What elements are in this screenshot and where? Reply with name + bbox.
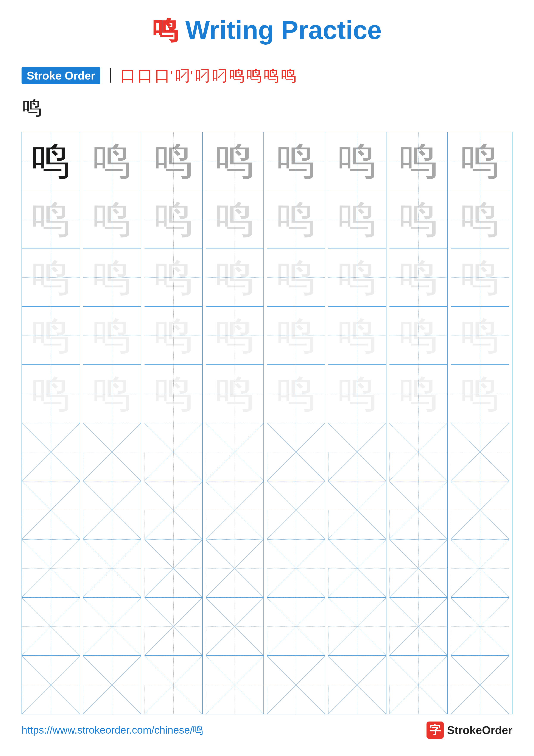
empty-grid-cell[interactable] <box>22 423 80 481</box>
stroke-3: 口 <box>138 65 153 86</box>
empty-grid-cell[interactable] <box>144 656 203 714</box>
empty-grid-cell[interactable] <box>22 539 80 598</box>
practice-char: 鸣 <box>215 316 254 355</box>
title-chinese-char: 鸣 <box>152 15 178 44</box>
practice-char: 鸣 <box>399 316 438 355</box>
practice-char: 鸣 <box>461 258 499 297</box>
empty-grid-cell[interactable] <box>328 656 387 714</box>
empty-grid-cell[interactable] <box>390 481 447 539</box>
practice-char: 鸣 <box>93 142 131 180</box>
empty-grid-cell[interactable] <box>267 539 325 598</box>
brand-name: StrokeOrder <box>447 724 513 737</box>
practice-char: 鸣 <box>154 316 193 355</box>
practice-char: 鸣 <box>338 200 376 239</box>
grid-cell: 鸣 <box>390 132 447 190</box>
stroke-10: 鸣 <box>264 65 279 86</box>
practice-char: 鸣 <box>32 316 70 355</box>
stroke-9: 鸣 <box>246 65 262 86</box>
footer: https://www.strokeorder.com/chinese/鸣 字 … <box>21 721 513 739</box>
grid-cell: 鸣 <box>451 249 509 307</box>
practice-char: 鸣 <box>93 374 131 413</box>
practice-char: 鸣 <box>154 374 193 413</box>
grid-cell: 鸣 <box>451 190 509 249</box>
empty-grid-cell[interactable] <box>22 481 80 539</box>
empty-grid-cell[interactable] <box>267 656 325 714</box>
empty-grid-cell[interactable] <box>144 539 203 598</box>
practice-char: 鸣 <box>338 316 376 355</box>
practice-char: 鸣 <box>93 258 131 297</box>
stroke-7: 叼 <box>212 65 227 86</box>
empty-grid-cell[interactable] <box>206 598 264 656</box>
stroke-sequence: 丨 口 口 口' 叼' 叼 叼 鸣 鸣 鸣 鸣 <box>103 65 296 86</box>
grid-cell: 鸣 <box>390 307 447 365</box>
practice-grid: 鸣 鸣 鸣 鸣 鸣 鸣 鸣 鸣 鸣 鸣 鸣 鸣 鸣 鸣 鸣 鸣 鸣 鸣 鸣 鸣 … <box>21 132 513 715</box>
grid-cell: 鸣 <box>22 190 80 249</box>
practice-char: 鸣 <box>338 258 376 297</box>
empty-grid-cell[interactable] <box>144 481 203 539</box>
empty-grid-cell[interactable] <box>451 539 509 598</box>
empty-grid-cell[interactable] <box>390 423 447 481</box>
grid-cell: 鸣 <box>22 132 80 190</box>
practice-char: 鸣 <box>32 200 70 239</box>
empty-grid-cell[interactable] <box>328 481 387 539</box>
empty-grid-cell[interactable] <box>390 656 447 714</box>
empty-grid-cell[interactable] <box>83 423 141 481</box>
empty-grid-cell[interactable] <box>451 423 509 481</box>
empty-grid-cell[interactable] <box>206 656 264 714</box>
empty-grid-cell[interactable] <box>83 481 141 539</box>
empty-grid-cell[interactable] <box>390 598 447 656</box>
grid-cell: 鸣 <box>206 249 264 307</box>
empty-grid-cell[interactable] <box>83 598 141 656</box>
practice-char: 鸣 <box>461 316 499 355</box>
empty-grid-cell[interactable] <box>206 481 264 539</box>
grid-cell: 鸣 <box>206 307 264 365</box>
stroke-1: 丨 <box>103 65 118 86</box>
empty-grid-cell[interactable] <box>267 481 325 539</box>
grid-cell: 鸣 <box>83 132 141 190</box>
empty-grid-cell[interactable] <box>328 539 387 598</box>
grid-cell: 鸣 <box>328 190 387 249</box>
practice-char: 鸣 <box>399 142 438 180</box>
empty-grid-cell[interactable] <box>22 656 80 714</box>
empty-grid-cell[interactable] <box>22 598 80 656</box>
stroke-order-badge: Stroke Order <box>21 67 100 84</box>
grid-cell: 鸣 <box>144 190 203 249</box>
grid-cell: 鸣 <box>22 307 80 365</box>
empty-grid-cell[interactable] <box>267 598 325 656</box>
empty-grid-cell[interactable] <box>144 598 203 656</box>
practice-char: 鸣 <box>277 200 315 239</box>
grid-cell: 鸣 <box>328 249 387 307</box>
empty-grid-cell[interactable] <box>451 656 509 714</box>
empty-grid-cell[interactable] <box>390 539 447 598</box>
empty-grid-cell[interactable] <box>451 598 509 656</box>
practice-char: 鸣 <box>215 200 254 239</box>
stroke-2: 口 <box>120 65 136 86</box>
practice-char: 鸣 <box>215 142 254 180</box>
footer-url[interactable]: https://www.strokeorder.com/chinese/鸣 <box>21 723 203 737</box>
stroke-4: 口' <box>155 65 173 86</box>
grid-cell: 鸣 <box>328 307 387 365</box>
practice-char: 鸣 <box>399 374 438 413</box>
grid-cell: 鸣 <box>144 307 203 365</box>
final-char-display: 鸣 <box>22 94 513 121</box>
empty-grid-cell[interactable] <box>83 656 141 714</box>
grid-cell: 鸣 <box>390 249 447 307</box>
empty-grid-cell[interactable] <box>83 539 141 598</box>
empty-grid-cell[interactable] <box>144 423 203 481</box>
empty-grid-cell[interactable] <box>451 481 509 539</box>
grid-cell: 鸣 <box>144 365 203 423</box>
empty-grid-cell[interactable] <box>267 423 325 481</box>
stroke-6: 叼 <box>195 65 210 86</box>
grid-cell: 鸣 <box>328 132 387 190</box>
grid-cell: 鸣 <box>451 132 509 190</box>
footer-brand: 字 StrokeOrder <box>426 721 513 739</box>
empty-grid-cell[interactable] <box>328 598 387 656</box>
empty-grid-cell[interactable] <box>206 539 264 598</box>
empty-grid-cell[interactable] <box>328 423 387 481</box>
empty-grid-cell[interactable] <box>206 423 264 481</box>
practice-char: 鸣 <box>93 316 131 355</box>
practice-char: 鸣 <box>277 374 315 413</box>
grid-cell: 鸣 <box>144 132 203 190</box>
grid-cell: 鸣 <box>206 132 264 190</box>
practice-char: 鸣 <box>399 258 438 297</box>
